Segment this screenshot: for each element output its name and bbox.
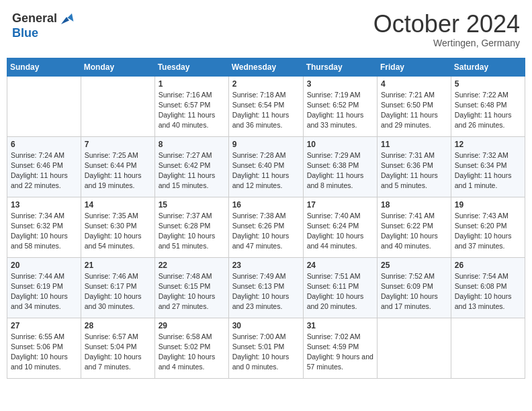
calendar-cell: 3Sunrise: 7:19 AMSunset: 6:52 PMDaylight… [303, 76, 377, 136]
day-info: Sunrise: 7:22 AMSunset: 6:48 PMDaylight:… [455, 90, 521, 131]
calendar-cell: 22Sunrise: 7:48 AMSunset: 6:15 PMDayligh… [154, 257, 228, 318]
month-title: October 2024 [373, 11, 520, 38]
calendar-cell [451, 318, 525, 378]
col-header-wednesday: Wednesday [228, 58, 303, 76]
day-info: Sunrise: 7:18 AMSunset: 6:54 PMDaylight:… [232, 90, 300, 131]
calendar-week-row: 27Sunrise: 6:55 AMSunset: 5:06 PMDayligh… [7, 318, 525, 378]
day-info: Sunrise: 7:35 AMSunset: 6:30 PMDaylight:… [85, 211, 151, 252]
day-info: Sunrise: 7:46 AMSunset: 6:17 PMDaylight:… [85, 271, 151, 312]
day-number: 18 [381, 200, 447, 210]
day-info: Sunrise: 7:37 AMSunset: 6:28 PMDaylight:… [159, 211, 225, 252]
day-number: 7 [85, 140, 151, 149]
day-number: 14 [85, 200, 151, 210]
calendar-cell: 30Sunrise: 7:00 AMSunset: 5:01 PMDayligh… [228, 318, 303, 378]
day-number: 25 [381, 261, 447, 270]
day-info: Sunrise: 6:55 AMSunset: 5:06 PMDaylight:… [11, 332, 77, 373]
calendar-cell [7, 76, 81, 136]
day-info: Sunrise: 7:34 AMSunset: 6:32 PMDaylight:… [11, 211, 77, 252]
calendar-cell: 1Sunrise: 7:16 AMSunset: 6:57 PMDaylight… [154, 76, 228, 136]
calendar-cell: 20Sunrise: 7:44 AMSunset: 6:19 PMDayligh… [7, 257, 81, 318]
day-number: 6 [11, 140, 77, 149]
day-info: Sunrise: 7:24 AMSunset: 6:46 PMDaylight:… [11, 150, 77, 191]
calendar-cell: 29Sunrise: 6:58 AMSunset: 5:02 PMDayligh… [154, 318, 228, 378]
col-header-thursday: Thursday [303, 58, 377, 76]
day-number: 21 [85, 261, 151, 270]
day-number: 29 [159, 321, 225, 330]
day-number: 31 [307, 321, 373, 330]
logo-icon [58, 11, 75, 27]
logo-general-text: General [12, 12, 57, 26]
calendar-cell: 5Sunrise: 7:22 AMSunset: 6:48 PMDaylight… [451, 76, 525, 136]
day-number: 27 [11, 321, 77, 330]
day-number: 24 [307, 261, 373, 270]
calendar-cell: 7Sunrise: 7:25 AMSunset: 6:44 PMDaylight… [81, 136, 154, 197]
calendar-cell: 13Sunrise: 7:34 AMSunset: 6:32 PMDayligh… [7, 197, 81, 257]
calendar-cell: 10Sunrise: 7:29 AMSunset: 6:38 PMDayligh… [303, 136, 377, 197]
col-header-friday: Friday [378, 58, 451, 76]
day-number: 15 [159, 200, 225, 210]
day-info: Sunrise: 7:21 AMSunset: 6:50 PMDaylight:… [381, 90, 447, 131]
calendar-cell: 14Sunrise: 7:35 AMSunset: 6:30 PMDayligh… [81, 197, 154, 257]
day-info: Sunrise: 7:54 AMSunset: 6:08 PMDaylight:… [455, 271, 521, 312]
calendar-cell: 15Sunrise: 7:37 AMSunset: 6:28 PMDayligh… [154, 197, 228, 257]
day-info: Sunrise: 6:58 AMSunset: 5:02 PMDaylight:… [159, 332, 225, 373]
calendar-cell: 16Sunrise: 7:38 AMSunset: 6:26 PMDayligh… [228, 197, 303, 257]
day-info: Sunrise: 7:28 AMSunset: 6:40 PMDaylight:… [232, 150, 300, 191]
day-number: 30 [232, 321, 300, 330]
logo: General Blue [12, 11, 75, 40]
day-info: Sunrise: 7:19 AMSunset: 6:52 PMDaylight:… [307, 90, 373, 131]
calendar-cell: 18Sunrise: 7:41 AMSunset: 6:22 PMDayligh… [378, 197, 451, 257]
calendar-week-row: 13Sunrise: 7:34 AMSunset: 6:32 PMDayligh… [7, 197, 525, 257]
day-info: Sunrise: 7:29 AMSunset: 6:38 PMDaylight:… [307, 150, 373, 191]
day-number: 20 [11, 261, 77, 270]
location: Wertingen, Germany [373, 38, 520, 48]
day-info: Sunrise: 6:57 AMSunset: 5:04 PMDaylight:… [85, 332, 151, 373]
day-info: Sunrise: 7:32 AMSunset: 6:34 PMDaylight:… [455, 150, 521, 191]
day-number: 19 [455, 200, 521, 210]
day-info: Sunrise: 7:31 AMSunset: 6:36 PMDaylight:… [381, 150, 447, 191]
calendar-cell: 21Sunrise: 7:46 AMSunset: 6:17 PMDayligh… [81, 257, 154, 318]
col-header-tuesday: Tuesday [154, 58, 228, 76]
calendar-cell: 8Sunrise: 7:27 AMSunset: 6:42 PMDaylight… [154, 136, 228, 197]
day-number: 16 [232, 200, 300, 210]
calendar-header-row: SundayMondayTuesdayWednesdayThursdayFrid… [7, 58, 525, 76]
calendar-cell: 9Sunrise: 7:28 AMSunset: 6:40 PMDaylight… [228, 136, 303, 197]
calendar-cell: 25Sunrise: 7:52 AMSunset: 6:09 PMDayligh… [378, 257, 451, 318]
calendar-cell: 28Sunrise: 6:57 AMSunset: 5:04 PMDayligh… [81, 318, 154, 378]
calendar-cell: 12Sunrise: 7:32 AMSunset: 6:34 PMDayligh… [451, 136, 525, 197]
calendar-cell: 2Sunrise: 7:18 AMSunset: 6:54 PMDaylight… [228, 76, 303, 136]
calendar-cell [81, 76, 154, 136]
calendar-cell [378, 318, 451, 378]
day-info: Sunrise: 7:38 AMSunset: 6:26 PMDaylight:… [232, 211, 300, 252]
day-number: 28 [85, 321, 151, 330]
day-number: 12 [455, 140, 521, 149]
title-area: October 2024 Wertingen, Germany [373, 11, 520, 48]
day-number: 2 [232, 79, 300, 89]
day-number: 5 [455, 79, 521, 89]
col-header-monday: Monday [81, 58, 154, 76]
day-info: Sunrise: 7:41 AMSunset: 6:22 PMDaylight:… [381, 211, 447, 252]
calendar-table: SundayMondayTuesdayWednesdayThursdayFrid… [7, 58, 525, 379]
day-number: 8 [159, 140, 225, 149]
calendar-cell: 24Sunrise: 7:51 AMSunset: 6:11 PMDayligh… [303, 257, 377, 318]
day-info: Sunrise: 7:25 AMSunset: 6:44 PMDaylight:… [85, 150, 151, 191]
day-number: 4 [381, 79, 447, 89]
calendar-cell: 19Sunrise: 7:43 AMSunset: 6:20 PMDayligh… [451, 197, 525, 257]
col-header-sunday: Sunday [7, 58, 81, 76]
page-header: General Blue October 2024 Wertingen, Ger… [7, 7, 525, 52]
calendar-cell: 17Sunrise: 7:40 AMSunset: 6:24 PMDayligh… [303, 197, 377, 257]
day-info: Sunrise: 7:48 AMSunset: 6:15 PMDaylight:… [159, 271, 225, 312]
day-number: 3 [307, 79, 373, 89]
calendar-week-row: 1Sunrise: 7:16 AMSunset: 6:57 PMDaylight… [7, 76, 525, 136]
svg-marker-1 [61, 17, 69, 24]
day-number: 23 [232, 261, 300, 270]
day-number: 10 [307, 140, 373, 149]
day-info: Sunrise: 7:00 AMSunset: 5:01 PMDaylight:… [232, 332, 300, 373]
day-number: 22 [159, 261, 225, 270]
calendar-cell: 23Sunrise: 7:49 AMSunset: 6:13 PMDayligh… [228, 257, 303, 318]
day-info: Sunrise: 7:51 AMSunset: 6:11 PMDaylight:… [307, 271, 373, 312]
calendar-cell: 26Sunrise: 7:54 AMSunset: 6:08 PMDayligh… [451, 257, 525, 318]
day-number: 1 [159, 79, 225, 89]
day-number: 26 [455, 261, 521, 270]
calendar-cell: 31Sunrise: 7:02 AMSunset: 4:59 PMDayligh… [303, 318, 377, 378]
